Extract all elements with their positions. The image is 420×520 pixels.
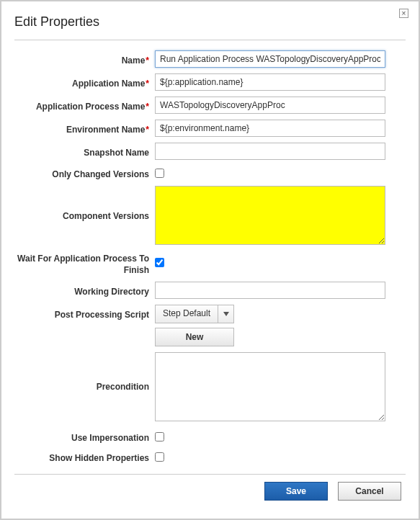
divider-bottom — [14, 474, 406, 475]
use-impersonation-checkbox[interactable] — [155, 432, 164, 441]
dialog-footer: Save Cancel — [14, 482, 406, 501]
divider-top — [14, 40, 406, 40]
label-working-directory: Working Directory — [14, 283, 155, 297]
post-processing-script-selected: Step Default — [156, 305, 218, 323]
save-button[interactable]: Save — [264, 482, 328, 501]
precondition-textarea[interactable] — [155, 352, 385, 421]
cancel-button[interactable]: Cancel — [338, 482, 401, 501]
application-name-input[interactable] — [155, 73, 385, 91]
svg-marker-0 — [223, 312, 229, 316]
label-precondition: Precondition — [14, 352, 155, 393]
application-process-name-input[interactable] — [155, 97, 385, 114]
label-component-versions: Component Versions — [14, 186, 155, 222]
wait-for-finish-checkbox[interactable] — [155, 258, 164, 267]
new-script-button[interactable]: New — [155, 328, 234, 346]
label-snapshot-name: Snapshot Name — [14, 144, 155, 158]
dialog-title: Edit Properties — [14, 14, 406, 30]
label-only-changed-versions: Only Changed Versions — [14, 166, 155, 180]
label-application-process-name: Application Process Name* — [14, 98, 155, 112]
show-hidden-properties-checkbox[interactable] — [155, 452, 164, 462]
label-environment-name: Environment Name* — [14, 121, 155, 135]
label-show-hidden-properties: Show Hidden Properties — [14, 449, 155, 464]
edit-properties-dialog: × Edit Properties Name* Application Name… — [1, 1, 419, 519]
working-directory-input[interactable] — [155, 282, 385, 299]
chevron-down-icon[interactable] — [218, 305, 233, 323]
post-processing-script-select[interactable]: Step Default — [155, 305, 234, 323]
label-use-impersonation: Use Impersonation — [14, 429, 155, 444]
label-wait-for-finish: Wait For Application Process To Finish — [14, 253, 155, 276]
component-versions-textarea[interactable] — [155, 186, 385, 245]
only-changed-versions-checkbox[interactable] — [155, 169, 164, 178]
label-application-name: Application Name* — [14, 75, 155, 89]
name-input[interactable] — [155, 50, 385, 68]
environment-name-input[interactable] — [155, 120, 385, 137]
label-name: Name* — [14, 52, 155, 66]
label-post-processing-script: Post Processing Script — [14, 305, 155, 320]
close-icon[interactable]: × — [399, 9, 408, 18]
snapshot-name-input[interactable] — [155, 143, 385, 160]
